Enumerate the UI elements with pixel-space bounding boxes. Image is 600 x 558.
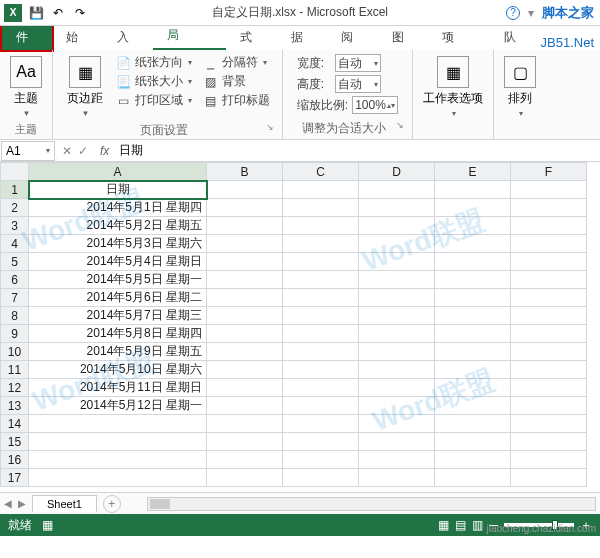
view-normal-icon[interactable]: ▦ xyxy=(438,518,449,532)
cell[interactable] xyxy=(435,217,511,235)
cell[interactable] xyxy=(283,379,359,397)
cell[interactable] xyxy=(207,415,283,433)
cell[interactable] xyxy=(359,397,435,415)
save-icon[interactable]: 💾 xyxy=(28,5,44,21)
cell[interactable] xyxy=(207,451,283,469)
cell[interactable] xyxy=(435,379,511,397)
cell[interactable] xyxy=(283,433,359,451)
row-header[interactable]: 12 xyxy=(1,379,29,397)
cell[interactable] xyxy=(359,325,435,343)
cell[interactable] xyxy=(511,451,587,469)
cell[interactable] xyxy=(283,325,359,343)
cell[interactable] xyxy=(511,307,587,325)
cell[interactable]: 2014年5月4日 星期日 xyxy=(29,253,207,271)
cell[interactable] xyxy=(435,199,511,217)
cell[interactable] xyxy=(511,271,587,289)
cell[interactable] xyxy=(283,271,359,289)
cell[interactable] xyxy=(359,271,435,289)
cell[interactable] xyxy=(435,433,511,451)
worksheet-grid[interactable]: ABCDEF1日期22014年5月1日 星期四32014年5月2日 星期五420… xyxy=(0,162,600,492)
cell[interactable] xyxy=(29,469,207,487)
cell[interactable] xyxy=(207,181,283,199)
cell[interactable] xyxy=(359,199,435,217)
pagesetup-launcher-icon[interactable]: ↘ xyxy=(266,122,274,132)
enter-icon[interactable]: ✓ xyxy=(78,144,88,158)
cell[interactable] xyxy=(359,379,435,397)
cell[interactable] xyxy=(283,217,359,235)
cell[interactable] xyxy=(359,289,435,307)
cell[interactable] xyxy=(207,217,283,235)
print-titles-button[interactable]: ▤打印标题 xyxy=(202,92,270,109)
row-header[interactable]: 2 xyxy=(1,199,29,217)
col-header[interactable]: D xyxy=(359,163,435,181)
col-header[interactable]: F xyxy=(511,163,587,181)
cell[interactable] xyxy=(511,343,587,361)
cell[interactable] xyxy=(435,271,511,289)
row-header[interactable]: 8 xyxy=(1,307,29,325)
cell[interactable] xyxy=(435,451,511,469)
view-pagebreak-icon[interactable]: ▥ xyxy=(472,518,483,532)
row-header[interactable]: 5 xyxy=(1,253,29,271)
cell[interactable] xyxy=(435,469,511,487)
themes-button[interactable]: Aa 主题 ▼ xyxy=(8,54,44,120)
col-header[interactable]: A xyxy=(29,163,207,181)
cell[interactable] xyxy=(283,307,359,325)
cell[interactable] xyxy=(511,379,587,397)
row-header[interactable]: 9 xyxy=(1,325,29,343)
undo-icon[interactable]: ↶ xyxy=(50,5,66,21)
macro-icon[interactable]: ▦ xyxy=(42,518,53,532)
cell[interactable]: 2014年5月5日 星期一 xyxy=(29,271,207,289)
row-header[interactable]: 11 xyxy=(1,361,29,379)
background-button[interactable]: ▨背景 xyxy=(202,73,270,90)
cell[interactable] xyxy=(435,343,511,361)
cell[interactable]: 2014年5月8日 星期四 xyxy=(29,325,207,343)
cell[interactable] xyxy=(359,469,435,487)
select-all[interactable] xyxy=(1,163,29,181)
col-header[interactable]: C xyxy=(283,163,359,181)
scale-launcher-icon[interactable]: ↘ xyxy=(396,120,404,130)
size-button[interactable]: 📃纸张大小▾ xyxy=(115,73,192,90)
cell[interactable] xyxy=(435,181,511,199)
cell[interactable] xyxy=(283,397,359,415)
cell[interactable] xyxy=(207,307,283,325)
cell[interactable] xyxy=(435,289,511,307)
cell[interactable] xyxy=(359,181,435,199)
cell[interactable] xyxy=(359,415,435,433)
cell[interactable] xyxy=(283,469,359,487)
cell[interactable] xyxy=(359,307,435,325)
row-header[interactable]: 15 xyxy=(1,433,29,451)
formula-input[interactable]: 日期 xyxy=(115,142,600,159)
cell[interactable]: 2014年5月12日 星期一 xyxy=(29,397,207,415)
cell[interactable] xyxy=(435,415,511,433)
margins-button[interactable]: ▦ 页边距 ▼ xyxy=(65,54,105,120)
cell[interactable] xyxy=(207,379,283,397)
cell[interactable]: 2014年5月1日 星期四 xyxy=(29,199,207,217)
cell[interactable]: 2014年5月3日 星期六 xyxy=(29,235,207,253)
cell[interactable] xyxy=(359,433,435,451)
tab-nav-prev-icon[interactable]: ◀ xyxy=(4,498,12,509)
fx-icon[interactable]: fx xyxy=(94,144,115,158)
cancel-icon[interactable]: ✕ xyxy=(62,144,72,158)
cell[interactable] xyxy=(283,235,359,253)
cell[interactable] xyxy=(283,451,359,469)
cell[interactable]: 日期 xyxy=(29,181,207,199)
height-combo[interactable]: 自动▾ xyxy=(335,75,381,93)
cell[interactable] xyxy=(207,271,283,289)
ribbon-toggle-icon[interactable]: ▾ xyxy=(528,6,534,20)
print-area-button[interactable]: ▭打印区域▾ xyxy=(115,92,192,109)
cell[interactable] xyxy=(359,235,435,253)
cell[interactable] xyxy=(359,217,435,235)
help-icon[interactable]: ? xyxy=(506,6,520,20)
cell[interactable] xyxy=(511,289,587,307)
cell[interactable] xyxy=(511,325,587,343)
cell[interactable] xyxy=(359,253,435,271)
tab-nav-next-icon[interactable]: ▶ xyxy=(18,498,26,509)
cell[interactable] xyxy=(207,433,283,451)
arrange-button[interactable]: ▢ 排列 ▾ xyxy=(502,54,538,120)
cell[interactable] xyxy=(207,343,283,361)
cell[interactable] xyxy=(511,199,587,217)
col-header[interactable]: E xyxy=(435,163,511,181)
cell[interactable] xyxy=(207,253,283,271)
cell[interactable] xyxy=(511,415,587,433)
cell[interactable] xyxy=(207,289,283,307)
